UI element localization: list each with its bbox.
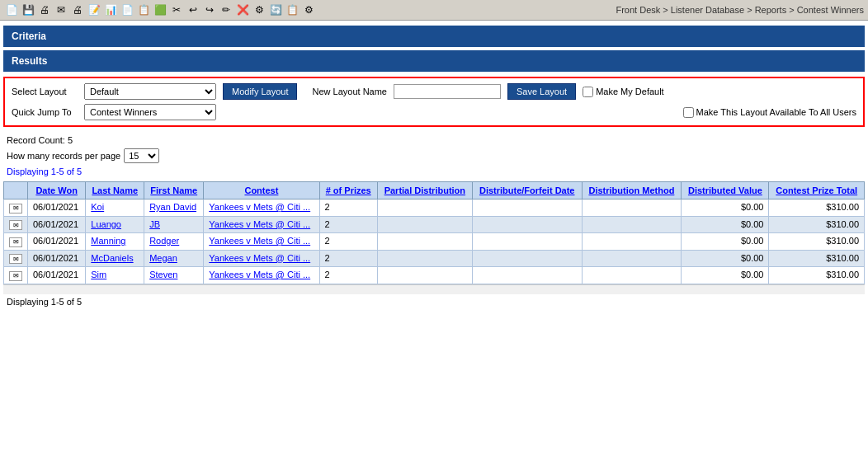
main-content: Criteria Results Select Layout Default M…: [0, 21, 868, 311]
email-icon[interactable]: ✉: [9, 271, 22, 281]
contest-cell-link[interactable]: Yankees v Mets @ Citi ...: [209, 270, 310, 279]
print2-icon[interactable]: 🖨: [70, 2, 85, 17]
dist-forfeit-cell: [472, 233, 582, 251]
contest-cell[interactable]: Yankees v Mets @ Citi ...: [204, 250, 319, 267]
redo-icon[interactable]: ↪: [202, 2, 217, 17]
scroll-area[interactable]: [3, 284, 865, 294]
layout-select[interactable]: Default: [84, 83, 216, 100]
sort-dist-method[interactable]: Distribution Method: [588, 185, 674, 195]
dist-forfeit-cell: [472, 199, 582, 217]
email-cell: ✉: [4, 233, 28, 251]
last-name-cell-link[interactable]: Luango: [91, 219, 121, 229]
contest-cell-link[interactable]: Yankees v Mets @ Citi ...: [209, 219, 310, 229]
first-name-cell[interactable]: Steven: [144, 267, 204, 284]
criteria-header: Criteria: [3, 26, 865, 47]
per-page-select[interactable]: 15 25 50 100: [124, 148, 159, 163]
contest-cell[interactable]: Yankees v Mets @ Citi ...: [204, 233, 319, 251]
refresh-icon[interactable]: 🔄: [268, 2, 283, 17]
contest-cell[interactable]: Yankees v Mets @ Citi ...: [204, 216, 319, 233]
last-name-cell[interactable]: Manning: [86, 233, 144, 251]
sort-contest-prize[interactable]: Contest Prize Total: [776, 185, 857, 195]
partial-dist-cell: [377, 250, 472, 267]
email-toolbar-icon[interactable]: ✉: [54, 2, 68, 17]
cut-icon[interactable]: ✂: [169, 2, 184, 17]
partial-dist-cell: [377, 267, 472, 284]
delete-icon[interactable]: ❌: [235, 2, 250, 17]
last-name-cell-link[interactable]: Sim: [91, 270, 106, 279]
sort-date-won[interactable]: Date Won: [35, 185, 78, 195]
contest-cell[interactable]: Yankees v Mets @ Citi ...: [204, 267, 319, 284]
sort-dist-forfeit[interactable]: Distribute/Forfeit Date: [479, 185, 575, 195]
email-icon[interactable]: ✉: [9, 237, 22, 247]
first-name-cell-link[interactable]: Megan: [149, 253, 177, 263]
sort-contest[interactable]: Contest: [244, 185, 278, 195]
date-won-cell: 06/01/2021: [28, 233, 86, 251]
table-header-row: Date Won Last Name First Name Contest # …: [4, 182, 865, 199]
sort-num-prizes[interactable]: # of Prizes: [326, 185, 371, 195]
make-default-label[interactable]: Make My Default: [583, 87, 664, 97]
first-name-cell-link[interactable]: Steven: [149, 270, 177, 279]
stamp-icon[interactable]: 🟩: [153, 2, 167, 17]
first-name-cell-link[interactable]: Ryan David: [149, 202, 196, 212]
dist-value-cell: $0.00: [682, 216, 769, 233]
modify-layout-button[interactable]: Modify Layout: [223, 83, 297, 100]
table-row: ✉06/01/2021McDanielsMeganYankees v Mets …: [4, 250, 865, 267]
dist-method-cell: [582, 267, 682, 284]
dist-method-cell: [582, 233, 682, 251]
new-icon[interactable]: 📄: [4, 2, 19, 17]
save-toolbar-icon[interactable]: 💾: [21, 2, 35, 17]
clipboard-icon[interactable]: 📋: [285, 2, 300, 17]
print-icon[interactable]: 🖨: [37, 2, 52, 17]
edit-icon[interactable]: ✏: [219, 2, 234, 17]
make-default-checkbox[interactable]: [583, 87, 593, 97]
sort-dist-value[interactable]: Distributed Value: [688, 185, 762, 195]
contest-cell-link[interactable]: Yankees v Mets @ Citi ...: [209, 202, 310, 212]
email-icon[interactable]: ✉: [9, 204, 22, 214]
per-page-label: How many records per page: [7, 151, 120, 161]
last-name-cell-link[interactable]: Koi: [91, 202, 104, 212]
sort-first-name[interactable]: First Name: [150, 185, 197, 195]
first-name-cell-link[interactable]: Rodger: [149, 236, 179, 246]
last-name-cell[interactable]: Sim: [86, 267, 144, 284]
footer-display: Displaying 1-5 of 5: [3, 294, 865, 309]
dist-forfeit-cell: [472, 216, 582, 233]
pdf-icon[interactable]: 📄: [120, 2, 134, 17]
contest-cell-link[interactable]: Yankees v Mets @ Citi ...: [209, 236, 310, 246]
make-available-checkbox[interactable]: [683, 107, 694, 118]
last-name-cell-link[interactable]: Manning: [91, 236, 125, 246]
last-name-cell[interactable]: Koi: [86, 199, 144, 217]
dist-value-cell: $0.00: [682, 267, 769, 284]
last-name-cell[interactable]: McDaniels: [86, 250, 144, 267]
display-info: Displaying 1-5 of 5: [3, 165, 865, 178]
quick-jump-select[interactable]: Contest Winners: [84, 104, 216, 120]
table-body: ✉06/01/2021KoiRyan DavidYankees v Mets @…: [4, 199, 865, 284]
save-layout-button[interactable]: Save Layout: [507, 83, 576, 100]
undo-icon[interactable]: ↩: [186, 2, 200, 17]
layout-controls: Select Layout Default Modify Layout New …: [3, 77, 865, 127]
first-name-cell[interactable]: Megan: [144, 250, 204, 267]
sort-last-name[interactable]: Last Name: [92, 185, 138, 195]
email-icon[interactable]: ✉: [9, 254, 22, 264]
copy-icon[interactable]: 📋: [136, 2, 151, 17]
email-icon[interactable]: ✉: [9, 220, 22, 230]
make-available-label[interactable]: Make This Layout Available To All Users: [683, 107, 856, 118]
layout-name-input[interactable]: [394, 84, 501, 99]
last-name-cell-link[interactable]: McDaniels: [91, 253, 133, 263]
settings-icon[interactable]: ⚙: [252, 2, 267, 17]
contest-cell[interactable]: Yankees v Mets @ Citi ...: [204, 199, 319, 217]
first-name-cell[interactable]: Rodger: [144, 233, 204, 251]
gear-icon[interactable]: ⚙: [301, 2, 316, 17]
date-won-cell: 06/01/2021: [28, 250, 86, 267]
record-info: Record Count: 5: [3, 132, 865, 147]
last-name-cell[interactable]: Luango: [86, 216, 144, 233]
date-won-cell: 06/01/2021: [28, 199, 86, 217]
dist-method-cell: [582, 216, 682, 233]
first-name-cell[interactable]: Ryan David: [144, 199, 204, 217]
sort-partial-dist[interactable]: Partial Distribution: [384, 185, 465, 195]
first-name-cell[interactable]: JB: [144, 216, 204, 233]
word-icon[interactable]: 📝: [87, 2, 101, 17]
contest-prize-cell: $310.00: [769, 216, 865, 233]
excel-icon[interactable]: 📊: [103, 2, 118, 17]
first-name-cell-link[interactable]: JB: [149, 219, 160, 229]
contest-cell-link[interactable]: Yankees v Mets @ Citi ...: [209, 253, 310, 263]
